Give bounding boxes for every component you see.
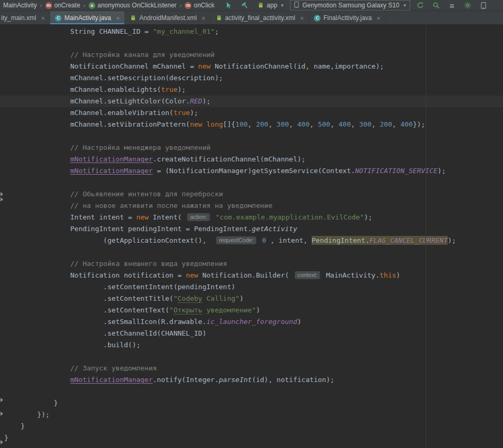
code-line[interactable]: mChannel.setVibrationPattern(new long[]{… bbox=[0, 119, 503, 130]
main-toolbar: MainActivity›monCreate›aanonymous OnClic… bbox=[0, 0, 503, 11]
code-line[interactable]: }); bbox=[0, 409, 503, 421]
code-line[interactable]: .build(); bbox=[0, 339, 503, 351]
code-line[interactable] bbox=[0, 177, 503, 188]
android-icon bbox=[216, 15, 223, 21]
code-line[interactable]: mNotificationManager.createNotificationC… bbox=[0, 154, 503, 165]
method-icon: m bbox=[45, 2, 52, 9]
close-icon[interactable]: × bbox=[116, 15, 120, 22]
breadcrumb: MainActivity›monCreate›aanonymous OnClic… bbox=[2, 2, 216, 9]
code-line[interactable]: String CHANNEL_ID = "my_channel_01"; bbox=[0, 26, 503, 37]
code-line[interactable] bbox=[0, 246, 503, 258]
code-line[interactable]: // Настройка внешнего вида уведомления bbox=[0, 258, 503, 270]
tab-label: ity_main.xml bbox=[1, 14, 36, 22]
code-line[interactable] bbox=[0, 37, 503, 49]
code-line[interactable]: NotificationChannel mChannel = new Notif… bbox=[0, 61, 503, 72]
device-label: Genymotion Samsung Galaxy S10 bbox=[302, 2, 399, 9]
tab-ity_main.xml[interactable]: ity_main.xml× bbox=[0, 11, 50, 25]
code-line[interactable]: // на новое активити после нажатия на ув… bbox=[0, 200, 503, 212]
run-config-label: app bbox=[267, 2, 277, 9]
tab-label: activity_final_acttivity.xml bbox=[225, 14, 295, 22]
code-line[interactable]: // Настройка менеджера уведомлений bbox=[0, 142, 503, 154]
code-line[interactable]: } bbox=[0, 397, 503, 409]
code-line[interactable]: mChannel.enableLights(true); bbox=[0, 84, 503, 96]
code-line[interactable]: // Обьявление интентов для переброски bbox=[0, 188, 503, 200]
toolbar-actions: app ▾ Genymotion Samsung Galaxy S10 ▾ ≡ bbox=[223, 0, 489, 11]
run-config-select[interactable]: app ▾ bbox=[255, 2, 286, 9]
breadcrumb-item[interactable]: aanonymous OnClickListener bbox=[88, 2, 178, 9]
class-icon: C bbox=[314, 15, 321, 22]
class-icon: C bbox=[55, 15, 62, 22]
code-line[interactable]: .setSmallIcon(R.drawable.ic_launcher_for… bbox=[0, 316, 503, 328]
breadcrumb-label: MainActivity bbox=[3, 2, 37, 9]
method-icon: m bbox=[185, 2, 191, 9]
fold-marker[interactable] bbox=[1, 440, 3, 444]
code-area[interactable]: String CHANNEL_ID = "my_channel_01"; // … bbox=[0, 26, 503, 444]
tab-activity_final_acttivity.xml[interactable]: activity_final_acttivity.xml× bbox=[211, 11, 309, 25]
build-hammer-icon[interactable] bbox=[239, 1, 250, 10]
gear-icon[interactable] bbox=[462, 1, 473, 10]
code-line[interactable]: // Настройка канала для уведомлений bbox=[0, 49, 503, 61]
apply-code-changes-icon[interactable] bbox=[430, 1, 442, 10]
fold-marker[interactable] bbox=[1, 197, 3, 202]
code-line[interactable]: PendingIntent pendingIntent = PendingInt… bbox=[0, 223, 503, 235]
code-line[interactable]: .setContentText("Открыть уведомление") bbox=[0, 304, 503, 316]
code-line[interactable]: .setChannelId(CHANNEL_ID) bbox=[0, 328, 503, 339]
breadcrumb-label: onCreate bbox=[54, 2, 80, 9]
breadcrumb-label: anonymous OnClickListener bbox=[98, 2, 177, 9]
cursor-icon[interactable] bbox=[223, 1, 235, 10]
tab-FinalActtivity.java[interactable]: CFinalActtivity.java× bbox=[309, 11, 385, 25]
tab-label: FinalActtivity.java bbox=[323, 14, 372, 22]
right-margin-guide bbox=[425, 24, 426, 448]
code-line[interactable]: mChannel.setLightColor(Color.RED); bbox=[0, 96, 503, 107]
breadcrumb-separator: › bbox=[40, 2, 42, 8]
structure-icon[interactable]: ≡ bbox=[446, 1, 458, 10]
code-line[interactable]: } bbox=[0, 421, 503, 432]
device-select[interactable]: Genymotion Samsung Galaxy S10 ▾ bbox=[290, 0, 410, 11]
code-line[interactable]: (getApplicationContext(), requestCode: 0… bbox=[0, 235, 503, 246]
close-icon[interactable]: × bbox=[376, 15, 381, 22]
chevron-down-icon: ▾ bbox=[404, 3, 407, 8]
breadcrumb-label: onClick bbox=[194, 2, 214, 9]
code-line[interactable]: } bbox=[0, 432, 503, 444]
android-robot-icon bbox=[257, 2, 264, 8]
android-icon bbox=[130, 15, 137, 21]
code-line[interactable] bbox=[0, 386, 503, 397]
code-line[interactable]: .setContentIntent(pendingIntent) bbox=[0, 281, 503, 293]
code-line[interactable]: Notification notification = new Notifica… bbox=[0, 270, 503, 281]
apply-changes-icon[interactable] bbox=[414, 1, 426, 10]
breadcrumb-item[interactable]: monClick bbox=[183, 2, 215, 9]
code-line[interactable] bbox=[0, 130, 503, 142]
tab-label: AndroidManifest.xml bbox=[139, 14, 197, 22]
close-icon[interactable]: × bbox=[41, 15, 45, 22]
code-line[interactable]: Intent intent = new Intent( action: "com… bbox=[0, 212, 503, 223]
code-line[interactable]: mChannel.setDescription(description); bbox=[0, 72, 503, 84]
fold-marker[interactable] bbox=[1, 192, 3, 196]
close-icon[interactable]: × bbox=[201, 15, 206, 22]
code-line[interactable]: mChannel.enableVibration(true); bbox=[0, 107, 503, 119]
code-line[interactable]: mNotificationManager = (NotificationMana… bbox=[0, 165, 503, 177]
breadcrumb-item[interactable]: monCreate bbox=[44, 2, 81, 9]
tab-label: MainActivity.java bbox=[64, 14, 111, 22]
code-line[interactable]: mNotificationManager.notify(Integer.pars… bbox=[0, 374, 503, 386]
code-line[interactable]: // Запуск уведомления bbox=[0, 363, 503, 374]
breadcrumb-separator: › bbox=[180, 2, 182, 8]
tab-MainActivity.java[interactable]: CMainActivity.java× bbox=[50, 11, 125, 25]
breadcrumb-item[interactable]: MainActivity bbox=[2, 2, 38, 9]
tab-AndroidManifest.xml[interactable]: AndroidManifest.xml× bbox=[125, 11, 210, 25]
breadcrumb-separator: › bbox=[83, 2, 85, 8]
close-icon[interactable]: × bbox=[300, 15, 304, 22]
anonymous-class-icon: a bbox=[89, 2, 95, 9]
code-line[interactable] bbox=[0, 351, 503, 363]
device-manager-icon[interactable] bbox=[478, 1, 489, 10]
editor: String CHANNEL_ID = "my_channel_01"; // … bbox=[0, 24, 503, 448]
device-phone-icon bbox=[294, 1, 299, 10]
code-line[interactable]: .setContentTitle("Codeby Calling") bbox=[0, 293, 503, 304]
fold-marker[interactable] bbox=[1, 412, 3, 416]
editor-tabs: ity_main.xml×CMainActivity.java×AndroidM… bbox=[0, 11, 503, 25]
fold-marker[interactable] bbox=[1, 398, 3, 402]
chevron-down-icon: ▾ bbox=[281, 3, 284, 8]
